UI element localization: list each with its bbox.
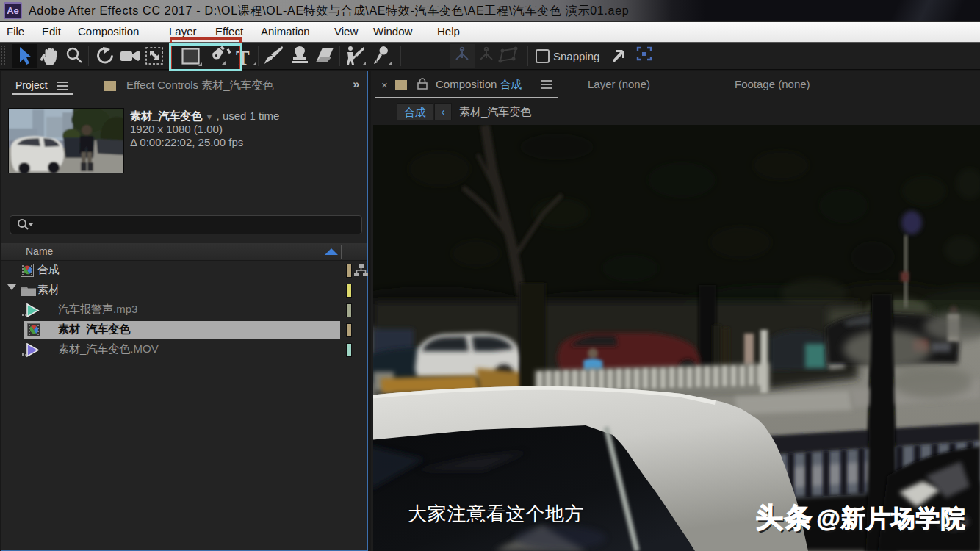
svg-text:Snapping: Snapping bbox=[553, 50, 599, 62]
